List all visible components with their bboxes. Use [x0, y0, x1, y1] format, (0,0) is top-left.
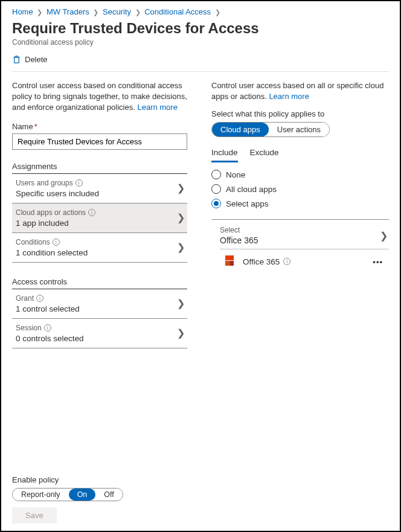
toggle-off[interactable]: Off	[95, 489, 122, 501]
applies-to-toggle: Cloud apps User actions	[211, 122, 330, 137]
select-label: Select	[220, 226, 258, 234]
chevron-right-icon: ❯	[177, 327, 186, 339]
info-icon[interactable]: i	[75, 179, 83, 187]
breadcrumb: Home ❯ MW Traders ❯ Security ❯ Condition…	[12, 7, 389, 16]
enable-policy-toggle: Report-only On Off	[12, 488, 123, 501]
chevron-right-icon: ❯	[177, 242, 186, 253]
select-value: Office 365	[220, 236, 258, 245]
app-entry-office365: Office 365 i •••	[220, 249, 389, 274]
breadcrumb-home[interactable]: Home	[12, 7, 33, 16]
row-label: Session	[16, 324, 42, 332]
radio-label: None	[226, 170, 245, 179]
page-title: Require Trusted Devices for Access	[12, 20, 389, 37]
breadcrumb-security[interactable]: Security	[103, 7, 131, 16]
radio-label: All cloud apps	[226, 185, 277, 194]
chevron-right-icon: ❯	[177, 182, 186, 194]
row-cloud-apps[interactable]: Cloud apps or actions i 1 app included ❯	[12, 204, 187, 233]
required-star: *	[34, 122, 37, 131]
assignments-heading: Assignments	[12, 162, 187, 171]
delete-button[interactable]: Delete	[12, 55, 48, 64]
chevron-right-icon: ❯	[380, 230, 389, 242]
tab-include[interactable]: Include	[211, 148, 238, 162]
info-icon[interactable]: i	[283, 258, 290, 265]
row-label: Users and groups	[16, 179, 73, 187]
info-icon[interactable]: i	[44, 324, 51, 332]
info-icon[interactable]: i	[36, 295, 43, 302]
radio-icon	[211, 184, 221, 194]
app-name-label: Office 365	[243, 257, 280, 266]
radio-none[interactable]: None	[211, 170, 389, 179]
row-conditions[interactable]: Conditions i 1 condition selected ❯	[12, 233, 187, 263]
name-label: Name*	[12, 122, 187, 131]
trash-icon	[12, 55, 21, 64]
enable-policy-label: Enable policy	[12, 475, 389, 484]
more-icon[interactable]: •••	[373, 257, 387, 266]
row-value: 1 condition selected	[16, 248, 88, 257]
office-icon	[223, 255, 236, 268]
divider	[12, 71, 389, 72]
toggle-report-only[interactable]: Report-only	[13, 489, 69, 501]
learn-more-link[interactable]: Learn more	[269, 92, 309, 101]
svg-rect-0	[14, 57, 19, 63]
applies-to-label: Select what this policy applies to	[211, 109, 389, 118]
chevron-right-icon: ❯	[177, 298, 186, 309]
info-icon[interactable]: i	[88, 209, 95, 216]
row-label: Cloud apps or actions	[16, 208, 86, 217]
radio-icon	[211, 199, 221, 208]
chevron-right-icon: ❯	[215, 8, 220, 16]
tab-exclude[interactable]: Exclude	[250, 148, 279, 162]
row-session[interactable]: Session i 0 controls selected ❯	[12, 319, 187, 348]
intro-text: Control user access based on conditional…	[12, 80, 187, 114]
row-value: Specific users included	[16, 189, 99, 198]
delete-label: Delete	[25, 55, 48, 64]
breadcrumb-mwtraders[interactable]: MW Traders	[47, 7, 89, 16]
pill-cloud-apps[interactable]: Cloud apps	[212, 123, 269, 136]
radio-select-apps[interactable]: Select apps	[211, 199, 389, 208]
chevron-right-icon: ❯	[37, 8, 42, 16]
chevron-right-icon: ❯	[93, 8, 98, 16]
chevron-right-icon: ❯	[135, 8, 141, 16]
include-exclude-tabs: Include Exclude	[211, 148, 389, 162]
learn-more-link[interactable]: Learn more	[137, 103, 177, 112]
row-value: 1 control selected	[16, 304, 80, 313]
name-input[interactable]	[12, 133, 187, 150]
right-intro-text: Control user access based on all or spec…	[211, 80, 389, 102]
info-icon[interactable]: i	[53, 239, 60, 246]
radio-label: Select apps	[226, 199, 269, 208]
row-label: Conditions	[16, 238, 50, 246]
toggle-on[interactable]: On	[69, 489, 96, 501]
save-button[interactable]: Save	[12, 507, 57, 524]
row-label: Grant	[16, 294, 34, 303]
row-users-and-groups[interactable]: Users and groups i Specific users includ…	[12, 174, 187, 204]
row-value: 0 controls selected	[16, 334, 84, 343]
pill-user-actions[interactable]: User actions	[269, 123, 329, 136]
row-grant[interactable]: Grant i 1 control selected ❯	[12, 289, 187, 319]
radio-icon	[211, 170, 221, 179]
page-subtitle: Conditional access policy	[12, 38, 389, 46]
row-value: 1 app included	[16, 219, 95, 228]
select-apps-row[interactable]: Select Office 365 ❯	[220, 222, 389, 249]
chevron-right-icon: ❯	[177, 212, 186, 223]
access-controls-heading: Access controls	[12, 277, 187, 286]
breadcrumb-conditionalaccess[interactable]: Conditional Access	[144, 7, 211, 16]
radio-all-cloud-apps[interactable]: All cloud apps	[211, 184, 389, 194]
